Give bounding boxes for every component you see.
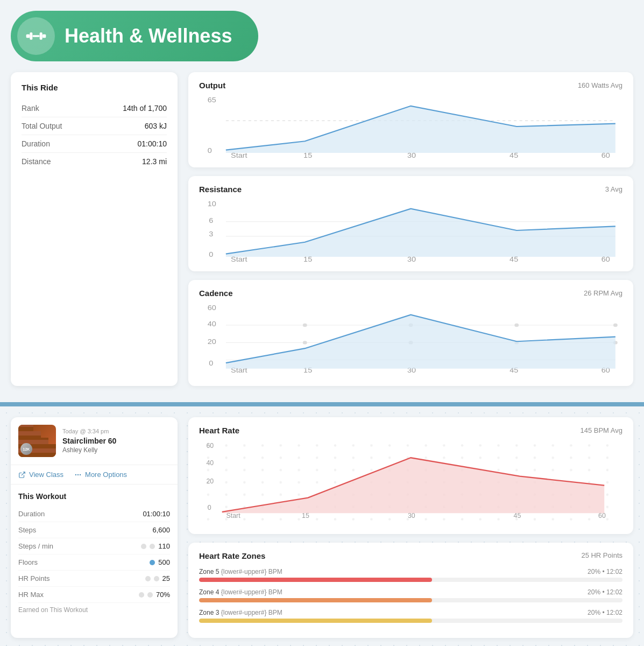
class-timestamp: Today @ 3:34 pm	[62, 428, 170, 434]
hr-chart-card: Heart Rate 145 BPM Avg 60 40	[188, 417, 633, 534]
zone5-name: Zone 5 {lower#-upper#} BPM	[199, 568, 282, 575]
ride-stats-title: This Ride	[22, 83, 167, 92]
workout-stat-steps-min: Steps / min 110	[18, 538, 170, 554]
svg-text:60: 60	[208, 304, 216, 311]
resistance-chart-container: 10 6 3 0 Start 15 30 45 60	[199, 198, 622, 263]
class-info: Today @ 3:34 pm Stairclimber 60 Ashley K…	[62, 428, 170, 454]
svg-text:6: 6	[209, 217, 213, 224]
zone5-bar-bg	[199, 578, 622, 582]
dot5	[154, 576, 159, 581]
dot4	[145, 576, 151, 581]
cadence-chart-title: Cadence	[199, 289, 233, 298]
stat-output-label: Total Output	[22, 122, 62, 130]
svg-rect-3	[40, 32, 43, 39]
zone4-name: Zone 4 {lower#-upper#} BPM	[199, 588, 282, 596]
zone5-time: 20% • 12:02	[588, 568, 622, 575]
zone3-bpm: {lower#-upper#} BPM	[221, 609, 282, 616]
zone3-bar-fill	[199, 619, 432, 623]
workout-card: 12K Today @ 3:34 pm Stairclimber 60 Ashl…	[11, 417, 178, 638]
stat-distance-value: 12.3 mi	[142, 157, 167, 166]
hr-zones-title: Heart Rate Zones	[199, 551, 265, 560]
stat-rank: Rank 14th of 1,700	[22, 100, 167, 117]
zone3-name: Zone 3 {lower#-upper#} BPM	[199, 609, 282, 616]
external-link-icon	[18, 471, 26, 479]
dot7	[147, 592, 153, 598]
svg-rect-4	[43, 34, 46, 38]
zone4-time: 20% • 12:02	[588, 588, 622, 596]
svg-text:10: 10	[208, 200, 216, 208]
svg-text:40: 40	[206, 459, 214, 467]
cadence-chart-container: 60 40 20 0 Start 15 30 45 60	[199, 302, 622, 377]
svg-text:0: 0	[208, 147, 212, 155]
zone4-bpm: {lower#-upper#} BPM	[221, 588, 282, 596]
zone4-row: Zone 4 {lower#-upper#} BPM 20% • 12:02	[199, 588, 622, 602]
class-preview: 12K Today @ 3:34 pm Stairclimber 60 Ashl…	[11, 417, 178, 465]
workout-stat-floors: Floors 500	[18, 554, 170, 571]
class-instructor: Ashley Kelly	[62, 446, 170, 454]
more-options-icon	[74, 471, 82, 479]
svg-text:0: 0	[209, 360, 213, 367]
zone5-bar-fill	[199, 578, 432, 582]
svg-point-47	[80, 474, 81, 475]
svg-rect-1	[30, 32, 32, 39]
resistance-chart-header: Resistance 3 Avg	[199, 185, 622, 194]
output-chart-svg: 65 0 Start 15 30 45 60	[199, 94, 622, 159]
workout-duration-label: Duration	[18, 510, 45, 518]
workout-hr-points-label: HR Points	[18, 574, 50, 582]
workout-hr-max-value: 70%	[139, 591, 170, 599]
stat-output: Total Output 603 kJ	[22, 117, 167, 135]
dot2	[150, 544, 155, 549]
class-thumbnail: 12K	[18, 425, 56, 457]
hr-chart-container: 60 40 20 0 Start 15 30 45 60	[199, 439, 622, 525]
resistance-chart-card: Resistance 3 Avg 10 6 3 0 Start 15 30 45…	[188, 176, 633, 271]
header-banner: Health & Wellness	[11, 11, 258, 61]
svg-text:20: 20	[206, 478, 214, 485]
zone5-row: Zone 5 {lower#-upper#} BPM 20% • 12:02	[199, 568, 622, 582]
output-chart-card: Output 160 Watts Avg 65 0 Start 15 30 45…	[188, 72, 633, 167]
hr-chart-avg: 145 BPM Avg	[580, 426, 622, 434]
stat-rank-label: Rank	[22, 104, 39, 113]
svg-point-45	[75, 474, 76, 475]
stat-distance: Distance 12.3 mi	[22, 153, 167, 170]
class-name: Stairclimber 60	[62, 437, 170, 445]
hr-chart-header: Heart Rate 145 BPM Avg	[199, 426, 622, 435]
ride-stats-card: This Ride Rank 14th of 1,700 Total Outpu…	[11, 72, 178, 386]
zone5-info: Zone 5 {lower#-upper#} BPM 20% • 12:02	[199, 568, 622, 575]
zone4-bar-bg	[199, 598, 622, 602]
workout-stat-hr-max: HR Max 70%	[18, 587, 170, 603]
page-title: Health & Wellness	[65, 25, 232, 47]
earned-label: Earned on This Workout	[18, 603, 170, 614]
workout-stats: This Workout Duration 01:00:10 Steps 6,6…	[11, 484, 178, 621]
charts-column: Output 160 Watts Avg 65 0 Start 15 30 45…	[188, 72, 633, 386]
output-chart-container: 65 0 Start 15 30 45 60	[199, 94, 622, 159]
zone4-info: Zone 4 {lower#-upper#} BPM 20% • 12:02	[199, 588, 622, 596]
workout-stat-hr-points: HR Points 25	[18, 571, 170, 587]
class-actions: View Class More Options	[11, 465, 178, 484]
stat-rank-value: 14th of 1,700	[123, 104, 167, 113]
svg-text:20: 20	[208, 338, 216, 345]
svg-rect-2	[32, 35, 39, 37]
stat-duration-label: Duration	[22, 139, 50, 148]
resistance-chart-avg: 3 Avg	[605, 185, 622, 193]
workout-steps-value: 6,600	[152, 526, 170, 534]
workout-steps-min-label: Steps / min	[18, 542, 53, 550]
hr-points: 25 HR Points	[581, 551, 622, 560]
header-icon	[17, 17, 55, 55]
bottom-section: 12K Today @ 3:34 pm Stairclimber 60 Ashl…	[0, 406, 644, 646]
svg-line-44	[22, 472, 25, 475]
svg-text:0: 0	[209, 251, 213, 258]
cadence-chart-card: Cadence 26 RPM Avg 60 40 20 0 Start 15 3…	[188, 280, 633, 386]
dot6	[139, 592, 144, 598]
stat-distance-label: Distance	[22, 157, 51, 166]
hr-chart-title: Heart Rate	[199, 426, 239, 435]
svg-text:60: 60	[206, 442, 214, 450]
view-class-button[interactable]: View Class	[18, 471, 63, 479]
stat-output-value: 603 kJ	[145, 122, 167, 130]
zone3-row: Zone 3 {lower#-upper#} BPM 20% • 12:02	[199, 609, 622, 623]
cadence-chart-svg: 60 40 20 0 Start 15 30 45 60	[199, 302, 622, 377]
workout-steps-label: Steps	[18, 526, 36, 534]
more-options-button[interactable]: More Options	[74, 471, 127, 479]
svg-text:40: 40	[208, 320, 216, 327]
badge-12k: 12K	[20, 443, 32, 455]
output-chart-avg: 160 Watts Avg	[578, 81, 622, 89]
